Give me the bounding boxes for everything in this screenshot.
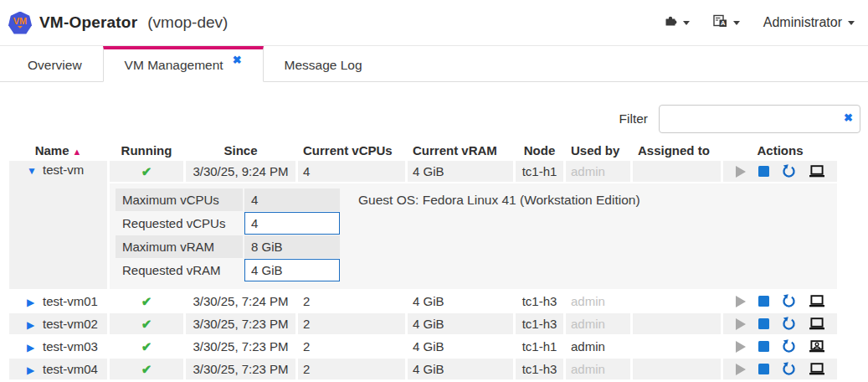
column-header-since[interactable]: Since: [186, 141, 295, 159]
current-vcpus-cell: 2: [298, 359, 405, 379]
node-cell: tc1-h1: [516, 161, 563, 182]
components-menu-button[interactable]: [664, 14, 690, 31]
reset-button[interactable]: [782, 339, 796, 354]
console-button[interactable]: [809, 295, 825, 307]
start-button[interactable]: [736, 318, 746, 330]
reset-button[interactable]: [782, 294, 796, 308]
column-header-node[interactable]: Node: [516, 141, 563, 159]
expand-row-icon[interactable]: ▶: [27, 297, 39, 308]
column-header-assigned-to[interactable]: Assigned to: [633, 141, 721, 159]
actions-cell: [723, 291, 837, 312]
stop-button[interactable]: [758, 318, 769, 329]
stop-button[interactable]: [758, 296, 769, 307]
user-menu-button[interactable]: Administrator: [763, 15, 855, 30]
running-cell: ✔: [110, 161, 183, 182]
filter-row: Filter ✖: [0, 105, 860, 133]
property-label: Requested vRAM: [116, 259, 243, 281]
property-row: Maximum vRAM 8 GiB: [116, 235, 340, 258]
requested-vram-input[interactable]: [244, 259, 340, 281]
console-button[interactable]: [809, 363, 825, 375]
chevron-down-icon: [733, 21, 740, 25]
tab-message-log[interactable]: Message Log: [264, 46, 383, 81]
start-button[interactable]: [736, 341, 746, 353]
close-tab-icon[interactable]: ✖: [233, 54, 242, 66]
running-cell: ✔: [110, 359, 183, 379]
running-check-icon: ✔: [141, 164, 152, 178]
console-button[interactable]: [809, 165, 825, 178]
clear-filter-icon[interactable]: ✖: [844, 111, 853, 124]
chevron-down-icon: [683, 21, 690, 25]
current-vram-cell: 4 GiB: [408, 336, 513, 357]
used-by-cell: admin: [566, 359, 630, 379]
property-row: Requested vRAM: [116, 259, 340, 281]
vm-name: test-vm02: [43, 317, 98, 331]
used-by-cell: admin: [566, 291, 630, 312]
vm-name: test-vm03: [43, 339, 98, 354]
current-vcpus-cell: 2: [298, 291, 405, 312]
vm-name-cell: ▶test-vm02: [9, 313, 107, 334]
assigned-to-cell: [633, 291, 721, 312]
node-cell: tc1-h1: [516, 336, 563, 357]
table-header-row: Name▲ Running Since Current vCPUs Curren…: [9, 141, 837, 159]
actions-cell: [723, 336, 837, 357]
vm-table: Name▲ Running Since Current vCPUs Curren…: [7, 139, 840, 381]
console-button[interactable]: [809, 317, 825, 330]
column-header-name[interactable]: Name▲: [9, 141, 107, 159]
reset-button[interactable]: [782, 362, 796, 376]
vm-name: test-vm: [43, 163, 84, 177]
reset-button[interactable]: [782, 317, 796, 331]
tab-overview[interactable]: Overview: [7, 46, 103, 81]
requested-vcpus-input[interactable]: [244, 212, 340, 235]
table-row: ▶test-vm04 ✔ 3/30/25, 7:23 PM 2 4 GiB tc…: [9, 359, 837, 379]
actions-cell: [723, 313, 837, 334]
column-header-used-by[interactable]: Used by: [566, 141, 630, 159]
reset-button[interactable]: [782, 164, 796, 178]
expand-row-icon[interactable]: ▶: [27, 319, 39, 331]
since-cell: 3/30/25, 9:24 PM: [186, 161, 295, 182]
tab-vm-management-label: VM Management: [125, 58, 223, 73]
tab-vm-management[interactable]: VM Management ✖: [103, 46, 264, 82]
vm-name: test-vm04: [43, 362, 98, 376]
console-in-use-button[interactable]: [809, 340, 825, 353]
node-cell: tc1-h3: [516, 291, 563, 312]
language-menu-button[interactable]: A: [713, 14, 740, 31]
property-row: Maximum vCPUs 4: [116, 188, 340, 211]
maximum-vcpus-value: 4: [244, 188, 340, 211]
expand-row-icon[interactable]: ▶: [27, 342, 39, 354]
sort-ascending-icon: ▲: [72, 147, 81, 157]
column-header-current-vcpus[interactable]: Current vCPUs: [298, 141, 405, 159]
since-cell: 3/30/25, 7:24 PM: [186, 291, 295, 312]
column-header-running[interactable]: Running: [110, 141, 183, 159]
table-row: ▼test-vm ✔ 3/30/25, 9:24 PM 4 4 GiB tc1-…: [9, 161, 837, 182]
node-cell: tc1-h3: [516, 313, 563, 334]
current-vram-cell: 4 GiB: [408, 359, 513, 379]
maximum-vram-value: 8 GiB: [244, 235, 340, 258]
assigned-to-cell: [633, 161, 721, 182]
header-menus: A Administrator: [664, 14, 855, 31]
vm-properties: Maximum vCPUs 4 Requested vCPUs Maximum …: [116, 188, 340, 282]
stop-button[interactable]: [758, 341, 769, 352]
filter-input[interactable]: [659, 105, 860, 133]
start-button[interactable]: [736, 166, 746, 178]
column-header-current-vram[interactable]: Current vRAM: [408, 141, 513, 159]
language-icon: A: [713, 14, 727, 31]
expand-row-icon[interactable]: ▶: [27, 364, 39, 376]
tab-bar: Overview VM Management ✖ Message Log: [0, 46, 868, 82]
start-button[interactable]: [736, 364, 746, 375]
running-check-icon: ✔: [141, 317, 152, 331]
stop-button[interactable]: [758, 364, 769, 374]
current-vcpus-cell: 4: [298, 161, 405, 182]
stop-button[interactable]: [758, 166, 769, 177]
since-cell: 3/30/25, 7:23 PM: [186, 359, 295, 379]
node-cell: tc1-h3: [516, 359, 563, 379]
current-vram-cell: 4 GiB: [408, 313, 513, 334]
start-button[interactable]: [736, 296, 746, 307]
app-logo: VM: [8, 12, 32, 34]
vm-name: test-vm01: [43, 294, 98, 308]
logo-caret: [18, 26, 23, 28]
collapse-row-icon[interactable]: ▼: [27, 165, 39, 177]
actions-cell: [723, 161, 837, 182]
current-vcpus-cell: 2: [298, 336, 405, 357]
current-vcpus-cell: 2: [298, 313, 405, 334]
filter-box: ✖: [659, 105, 860, 133]
